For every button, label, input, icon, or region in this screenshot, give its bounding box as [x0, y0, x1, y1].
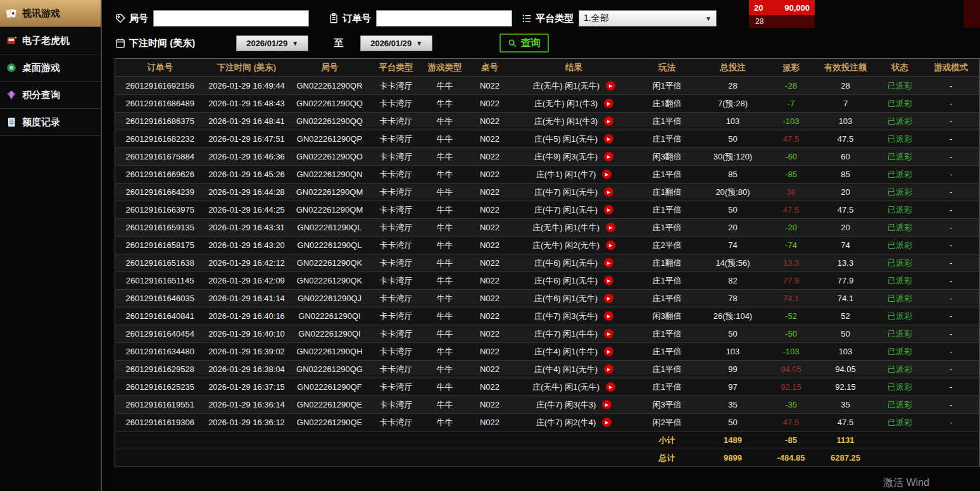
cell-total-bet: 50 — [698, 325, 769, 343]
round-no-label: 局号 — [129, 13, 148, 25]
platform-type-select[interactable]: 1.全部 ▼ — [579, 10, 717, 27]
cell-table-no: N022 — [468, 183, 512, 201]
cell-payout: -60 — [769, 148, 814, 166]
cell-play-method: 庄1翻倍 — [637, 254, 698, 272]
cell-result: 庄(牛5) 闲1(无牛)▶ — [512, 130, 637, 148]
cell-result: 庄(牛6) 闲1(无牛)▶ — [512, 272, 637, 290]
bet-time-label-group: 下注时间 (美东) — [115, 37, 195, 49]
bet-time-label: 下注时间 (美东) — [129, 37, 195, 49]
cell-payout: 92.15 — [769, 378, 814, 396]
cell-game-type: 牛牛 — [422, 113, 468, 130]
cell-platform: 卡卡湾厅 — [371, 343, 422, 361]
cell-game-type: 牛牛 — [422, 396, 468, 414]
cell-status: 已派彩 — [877, 272, 923, 290]
play-video-icon[interactable]: ▶ — [604, 134, 613, 144]
play-video-icon[interactable]: ▶ — [604, 152, 613, 161]
calendar-icon — [115, 37, 126, 49]
sidebar-item-video-games[interactable]: 视讯游戏 — [0, 0, 101, 27]
play-video-icon[interactable]: ▶ — [604, 294, 613, 303]
cell-play-method: 庄1平倍 — [637, 272, 698, 290]
table-row: 2601291616295282026-01-29 16:38:04GN0222… — [115, 361, 980, 378]
cell-valid-bet: 52 — [814, 308, 877, 325]
cell-valid-bet: 47.5 — [814, 201, 877, 219]
cell-total-bet: 26(预:104) — [698, 308, 769, 325]
table-row: 2601291616581752026-01-29 16:43:20GN0222… — [115, 237, 980, 254]
play-video-icon[interactable]: ▶ — [606, 81, 615, 90]
cell-status: 已派彩 — [877, 396, 923, 414]
sidebar-item-slots[interactable]: 电子老虎机 — [0, 27, 101, 54]
play-video-icon[interactable]: ▶ — [606, 223, 615, 232]
sidebar-item-points-query[interactable]: 积分查询 — [0, 82, 101, 109]
search-button[interactable]: 查询 — [499, 34, 549, 53]
cell-platform: 卡卡湾厅 — [371, 325, 422, 343]
table-row: 2601291616639752026-01-29 16:44:25GN0222… — [115, 201, 980, 219]
cell-table-no: N022 — [468, 201, 512, 219]
col-header-status: 状态 — [877, 59, 923, 77]
cell-result: 庄(牛4) 闲1(牛牛)▶ — [512, 343, 637, 361]
date-from-value: 2026/01/29 — [246, 39, 287, 48]
play-video-icon[interactable]: ▶ — [604, 187, 613, 197]
cell-platform: 卡卡湾厅 — [371, 130, 422, 148]
cell-round-id: GN022261290QE — [289, 396, 371, 414]
play-video-icon[interactable]: ▶ — [606, 382, 615, 392]
table-row: 2601291616404542026-01-29 16:40:10GN0222… — [115, 325, 980, 343]
cell-play-method: 庄1平倍 — [637, 361, 698, 378]
play-video-icon[interactable]: ▶ — [602, 170, 612, 179]
cell-result: 庄(牛7) 闲1(无牛)▶ — [512, 183, 637, 201]
cell-valid-bet: 35 — [814, 396, 877, 414]
play-video-icon[interactable]: ▶ — [602, 418, 612, 427]
order-no-label-group: 订单号 — [328, 13, 371, 25]
sidebar-item-credit-records[interactable]: 额度记录 — [0, 109, 101, 136]
play-video-icon[interactable]: ▶ — [604, 99, 613, 108]
cell-result: 庄(牛9) 闲3(无牛)▶ — [512, 148, 637, 166]
subtotal-label: 小计 — [637, 432, 698, 449]
play-video-icon[interactable]: ▶ — [606, 240, 615, 250]
result-text: 庄(牛7) 闲1(无牛) — [534, 187, 598, 198]
cell-total-bet: 50 — [698, 414, 769, 432]
date-to-picker[interactable]: 2026/01/29 ▼ — [360, 35, 432, 51]
cell-total-bet: 14(预:56) — [698, 254, 769, 272]
table-row: 2601291616408412026-01-29 16:40:16GN0222… — [115, 308, 980, 325]
play-video-icon[interactable]: ▶ — [604, 311, 613, 321]
play-video-icon[interactable]: ▶ — [604, 258, 613, 268]
cell-round-id: GN022261290QI — [289, 308, 371, 325]
cell-table-no: N022 — [468, 95, 512, 113]
sidebar-item-table-games[interactable]: 桌面游戏 — [0, 54, 101, 82]
cell-mode: - — [923, 414, 980, 432]
play-video-icon[interactable]: ▶ — [604, 329, 613, 339]
result-text: 庄(牛4) 闲1(牛牛) — [534, 346, 598, 357]
cell-table-no: N022 — [468, 254, 512, 272]
round-no-label-group: 局号 — [115, 13, 148, 25]
table-row: 2601291616864892026-01-29 16:48:43GN0222… — [115, 95, 980, 113]
play-video-icon[interactable]: ▶ — [604, 205, 613, 214]
cell-game-type: 牛牛 — [422, 201, 468, 219]
cell-result: 庄(牛6) 闲1(无牛)▶ — [512, 290, 637, 308]
cell-total-bet: 103 — [698, 113, 769, 130]
cell-platform: 卡卡湾厅 — [371, 272, 422, 290]
cell-game-type: 牛牛 — [422, 254, 468, 272]
play-video-icon[interactable]: ▶ — [604, 116, 613, 126]
play-video-icon[interactable]: ▶ — [604, 364, 613, 374]
date-to-value: 2026/01/29 — [370, 39, 411, 48]
play-video-icon[interactable]: ▶ — [604, 347, 613, 356]
order-no-input[interactable] — [376, 10, 512, 27]
cell-time: 2026-01-29 16:42:12 — [205, 254, 289, 272]
cell-platform: 卡卡湾厅 — [371, 237, 422, 254]
bet-records-table-wrap: 订单号 下注时间 (美东) 局号 平台类型 游戏类型 桌号 结果 玩法 总投注 … — [115, 58, 979, 467]
round-no-input[interactable] — [153, 10, 309, 27]
date-from-picker[interactable]: 2026/01/29 ▼ — [236, 35, 308, 51]
cell-round-id: GN022261290QO — [289, 148, 371, 166]
result-text: 庄(牛1) 闲1(牛7) — [536, 169, 596, 180]
cell-time: 2026-01-29 16:38:04 — [205, 361, 289, 378]
cell-table-no: N022 — [468, 361, 512, 378]
play-video-icon[interactable]: ▶ — [602, 400, 612, 409]
cell-result: 庄(无牛) 闲1(牛3)▶ — [512, 113, 637, 130]
background-number: 20 — [754, 3, 763, 13]
cell-play-method: 庄1平倍 — [637, 343, 698, 361]
play-video-icon[interactable]: ▶ — [604, 276, 613, 285]
cell-total-bet: 30(预:120) — [698, 148, 769, 166]
cell-result: 庄(牛1) 闲1(牛7)▶ — [512, 166, 637, 183]
cell-time: 2026-01-29 16:44:25 — [205, 201, 289, 219]
cell-payout: 47.5 — [769, 414, 814, 432]
cell-round-id: GN022261290QM — [289, 183, 371, 201]
